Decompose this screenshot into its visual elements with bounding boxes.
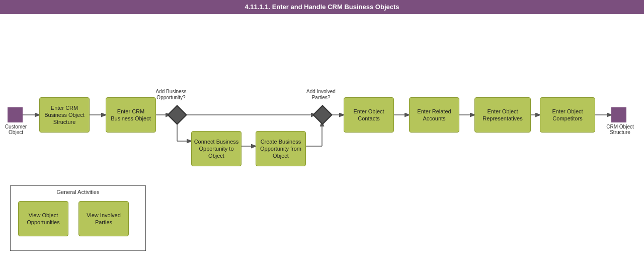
crm-object-end <box>611 107 626 122</box>
enter-accounts-node[interactable]: Enter Related Accounts <box>409 97 459 133</box>
connect-opportunity-node[interactable]: Connect Business Opportunity to Object <box>191 131 242 166</box>
enter-competitors-node[interactable]: Enter Object Competitors <box>540 97 595 133</box>
enter-representatives-node[interactable]: Enter Object Representatives <box>474 97 531 133</box>
diamond-add-opportunity <box>167 105 187 125</box>
diamond-parties-label: Add Involved Parties? <box>306 89 336 101</box>
view-parties-node[interactable]: View Involved Parties <box>78 201 129 236</box>
header: 4.11.1.1. Enter and Handle CRM Business … <box>0 0 644 14</box>
general-activities-title: General Activities <box>11 186 145 197</box>
diamond-opportunity-label: Add Business Opportunity? <box>151 89 191 101</box>
customer-object-start <box>8 107 23 122</box>
customer-object-label: Customer Object <box>2 124 30 135</box>
header-title: 4.11.1.1. Enter and Handle CRM Business … <box>245 3 399 11</box>
general-activities-box: General Activities View Object Opportuni… <box>10 185 146 251</box>
enter-crm-structure-node[interactable]: Enter CRM Business Object Structure <box>39 97 90 133</box>
diamond-add-parties <box>312 105 333 125</box>
enter-crm-object-node[interactable]: Enter CRM Business Object <box>106 97 156 133</box>
view-opportunities-node[interactable]: View Object Opportunities <box>18 201 68 236</box>
canvas: Customer Object Enter CRM Business Objec… <box>0 14 644 257</box>
enter-contacts-node[interactable]: Enter Object Contacts <box>344 97 394 133</box>
crm-object-label: CRM Object Structure <box>606 124 634 135</box>
create-opportunity-node[interactable]: Create Business Opportunity from Object <box>256 131 306 166</box>
